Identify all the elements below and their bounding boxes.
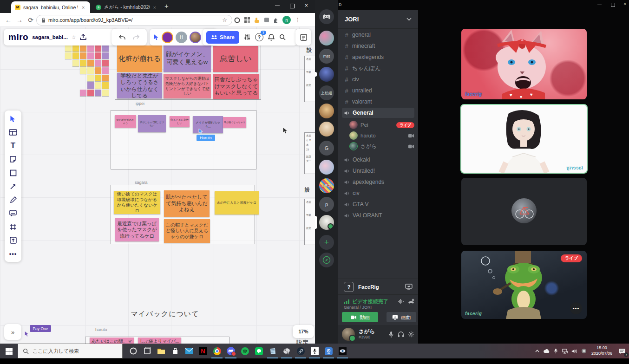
tab-miro[interactable]: M sagara_babiniku, Online Whitebo × — [11, 1, 90, 13]
voice-channel-valorant[interactable]: VALORANT — [342, 210, 414, 221]
avatar[interactable] — [162, 32, 173, 43]
forward-icon[interactable]: → — [14, 16, 25, 24]
onedrive-cloud-icon[interactable] — [542, 344, 551, 358]
voice-channel-unrailed[interactable]: Unrailed! — [342, 166, 414, 176]
mini-sticky-note[interactable] — [80, 60, 86, 66]
sticky-note[interactable]: 田舎だしぶっちゃけマスクしなくてもいいと思ってる — [213, 74, 259, 99]
mini-sticky-note[interactable] — [102, 75, 109, 81]
channel-chanpon[interactable]: #ちゃんぽん — [342, 63, 414, 73]
shape-tool[interactable] — [8, 168, 18, 177]
microsoft-store-icon[interactable] — [168, 344, 182, 358]
export-icon[interactable] — [80, 34, 86, 40]
connector-tool[interactable] — [8, 182, 18, 191]
channel-general[interactable]: #general — [342, 30, 414, 40]
action-center-icon[interactable]: 7 — [615, 344, 629, 358]
mini-sticky-note[interactable] — [65, 52, 72, 59]
server-avatar[interactable]: mst — [319, 49, 334, 64]
sticky-note[interactable]: 使い捨てのマスクは環境破壊につながるから使いたくないケロ — [114, 191, 160, 214]
back-icon[interactable]: ← — [3, 16, 14, 24]
new-tab-button[interactable]: + — [164, 2, 169, 10]
favorite-star-icon[interactable]: ☆ — [72, 34, 76, 40]
extension-circle-icon[interactable] — [234, 17, 241, 24]
video-tile-frog[interactable]: ライブ facerig ••• — [461, 251, 587, 319]
discord-home-icon[interactable] — [319, 9, 334, 24]
line-icon[interactable] — [252, 344, 266, 358]
mini-sticky-note[interactable] — [72, 60, 79, 66]
video-tile-avatar-only[interactable] — [461, 178, 587, 245]
mic-icon[interactable] — [388, 331, 394, 338]
gear-icon[interactable] — [408, 331, 414, 338]
mini-sticky-note[interactable] — [102, 82, 109, 89]
mini-sticky-note[interactable] — [72, 45, 79, 52]
board-title[interactable]: sagara_babi... — [32, 34, 68, 40]
bell-icon[interactable] — [268, 34, 275, 41]
voice-user-sagara[interactable]: さがら — [349, 142, 414, 151]
extensions-puzzle-icon[interactable] — [273, 17, 280, 24]
mini-sticky-note[interactable] — [95, 67, 101, 74]
voice-channel-apexlegends[interactable]: apexlegends — [342, 177, 414, 187]
eye-app-icon[interactable] — [335, 344, 349, 358]
share-button[interactable]: Share — [206, 31, 239, 44]
mini-sticky-note[interactable] — [87, 45, 94, 52]
server-avatar[interactable] — [319, 31, 334, 46]
server-avatar[interactable] — [319, 215, 334, 230]
sticky-note[interactable]: 化粧が崩れる — [117, 46, 162, 72]
avatar[interactable] — [342, 328, 355, 341]
mini-sticky-note[interactable] — [102, 90, 109, 96]
mini-sticky-note[interactable] — [87, 60, 94, 66]
zoom-level-button[interactable]: 17% — [293, 325, 314, 338]
explore-servers-button[interactable] — [319, 253, 334, 267]
search-icon[interactable] — [279, 34, 286, 40]
server-avatar[interactable]: G — [319, 141, 334, 156]
more-tools[interactable]: ••• — [8, 249, 18, 258]
frame-tool[interactable] — [8, 222, 18, 231]
extension-box-icon[interactable] — [263, 17, 270, 24]
webcam-app-icon[interactable] — [321, 344, 335, 358]
mini-sticky-note[interactable] — [80, 90, 86, 96]
extension-hand-icon[interactable] — [253, 17, 260, 24]
mic-app-icon[interactable] — [308, 344, 321, 358]
voice-user-haruto[interactable]: haruto — [349, 131, 414, 140]
task-view-icon[interactable] — [140, 344, 154, 358]
select-tool[interactable] — [8, 114, 18, 124]
mail-icon[interactable] — [182, 344, 196, 358]
tray-x-icon[interactable] — [579, 344, 589, 358]
video-button[interactable]: 動画 — [342, 312, 378, 322]
stream-icon[interactable] — [405, 284, 413, 290]
sticky-note[interactable]: 声がこもって聞こえづらい — [138, 115, 166, 132]
mini-sticky-note[interactable] — [87, 75, 94, 81]
tab-close-icon[interactable]: × — [82, 5, 85, 10]
noise-suppression-icon[interactable] — [398, 299, 404, 304]
steam-icon[interactable] — [294, 344, 308, 358]
maximize-icon[interactable] — [290, 4, 295, 8]
screen-share-button[interactable]: 画面 — [387, 312, 416, 322]
mini-sticky-note[interactable] — [95, 90, 101, 96]
text-tool[interactable]: T — [8, 141, 18, 150]
extension-grid-icon[interactable] — [243, 17, 250, 24]
server-header[interactable]: JORI — [338, 10, 418, 29]
url-bar[interactable]: miro.com/app/board/o9J_kp3ABVE=/ ☆ — [36, 15, 232, 26]
sticky-note[interactable]: 最近森では葉っぱを使ったマスクが流行ってるケロ — [115, 218, 159, 241]
mini-sticky-note[interactable] — [65, 45, 72, 52]
file-explorer-icon[interactable] — [154, 344, 168, 358]
mini-sticky-note[interactable] — [102, 67, 109, 74]
profile-avatar[interactable]: n — [282, 16, 291, 24]
chrome-icon[interactable] — [210, 344, 224, 358]
upload-tool[interactable] — [8, 235, 18, 245]
comment-tool[interactable] — [8, 208, 18, 218]
volume-icon[interactable] — [570, 344, 579, 358]
templates-tool[interactable] — [8, 128, 18, 137]
mini-sticky-note[interactable] — [87, 90, 94, 96]
collapse-panel-button[interactable]: » — [4, 324, 21, 340]
server-avatar[interactable] — [319, 67, 334, 82]
mini-sticky-note[interactable] — [87, 82, 94, 89]
browser-menu-icon[interactable]: ⋮ — [292, 17, 303, 23]
video-tile-pink-cat[interactable]: ♥♥♥ facerig — [461, 29, 587, 99]
sticky-note[interactable]: 学校だと先生がしろってうるさいから仕方なくしてる — [117, 73, 162, 98]
mini-sticky-note[interactable] — [95, 75, 101, 81]
mini-sticky-note[interactable] — [95, 82, 101, 89]
pen-tool[interactable] — [8, 195, 18, 204]
channel-minecraft[interactable]: #minecraft — [342, 41, 414, 51]
notes-app-icon[interactable] — [266, 344, 280, 358]
mini-sticky-note[interactable] — [87, 52, 94, 59]
